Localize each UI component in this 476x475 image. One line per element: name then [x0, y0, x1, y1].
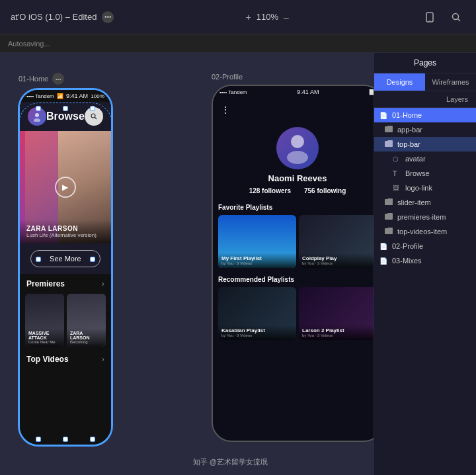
premiere-song-1: Come Near Me: [28, 340, 61, 344]
phone2-wrapper: 02-Profile •••• Tandem 9:41 AM ⬜ ⋮: [212, 73, 374, 450]
image-icon: 🖼: [393, 185, 402, 191]
profile-stats: 128 followers 756 following: [249, 187, 346, 194]
playlist-name-2: Coldplay Play: [302, 255, 374, 261]
selection-handle-tr[interactable]: [90, 106, 95, 111]
layer-premieres-item[interactable]: premieres-item: [374, 210, 476, 224]
layer-slider-item[interactable]: slider-item: [374, 195, 476, 210]
layer-browse[interactable]: T Browse: [374, 166, 476, 181]
layer-label-app-bar: app-bar: [397, 126, 422, 134]
premiere-item-1[interactable]: MASSIVE ATTACK Come Near Me: [25, 294, 64, 347]
favorite-playlists-title: Favorite Playlists: [218, 204, 374, 211]
selection-handle-tm[interactable]: [63, 106, 68, 111]
following-stat: 756 following: [304, 187, 346, 194]
time-text: 9:41 AM: [66, 93, 88, 99]
search-button[interactable]: [447, 8, 465, 26]
top-bar-right: [420, 8, 465, 26]
svg-line-7: [95, 118, 97, 120]
folder-icon-top-videos: [385, 228, 394, 236]
svg-point-6: [91, 114, 95, 118]
top-bar-center: + 110% –: [246, 12, 289, 22]
folder-icon-top-bar: [385, 140, 394, 148]
tab-wireframes[interactable]: Wireframes: [425, 73, 476, 91]
profile-menu: ⋮: [213, 98, 374, 122]
folder-icon-slider: [385, 198, 394, 206]
selection-handle-bm[interactable]: [63, 437, 68, 442]
selection-handle-br[interactable]: [90, 437, 95, 442]
zoom-in-button[interactable]: +: [246, 12, 251, 22]
top-bar: at'O iOS (1.0) – Edited ••• + 110% –: [0, 0, 476, 34]
favorite-playlists-grid: My First Playlist by You · 3 Videos Cold…: [218, 215, 374, 268]
text-icon: T: [393, 170, 402, 177]
selection-handle-mr[interactable]: [90, 257, 95, 262]
layer-label-premieres: premieres-item: [397, 213, 446, 221]
layer-label-avatar: avatar: [405, 155, 426, 163]
followers-stat: 128 followers: [249, 187, 291, 194]
layer-avatar[interactable]: ⬡ avatar: [374, 151, 476, 166]
main-area: 01-Home ••• •••• Tandem: [0, 53, 476, 475]
profile-name: Naomi Reeves: [268, 173, 327, 183]
more-button[interactable]: •••: [102, 11, 114, 23]
carrier-text: •••• Tandem: [26, 93, 54, 99]
selection-handle-bl[interactable]: [36, 437, 41, 442]
status-bar: Autosaving...: [0, 34, 476, 53]
avatar-icon: [32, 111, 42, 122]
page-icon-3: 📄: [379, 257, 389, 265]
playlist-name-4: Larson 2 Playlist: [302, 327, 374, 333]
watermark: 知乎 @艺术留学女流氓: [193, 457, 268, 467]
premiere-artist-1: MASSIVE ATTACK: [28, 331, 61, 340]
premiere-artist-2: ZARA LARSON: [70, 331, 102, 340]
svg-point-2: [452, 13, 458, 19]
phone1-label: 01-Home •••: [19, 73, 112, 85]
phone2-label: 02-Profile: [212, 73, 374, 81]
layer-top-videos-item[interactable]: top-videos-item: [374, 224, 476, 239]
svg-point-1: [429, 20, 430, 21]
device-preview-button[interactable]: [420, 8, 439, 26]
layer-app-bar[interactable]: app-bar: [374, 122, 476, 137]
playlist-caption-4: Larson 2 Playlist by You · 3 Videos: [299, 325, 374, 340]
layer-logo-link[interactable]: 🖼 logo-link: [374, 181, 476, 195]
premieres-title: Premieres: [26, 279, 65, 288]
tab-designs[interactable]: Designs: [374, 73, 425, 91]
playlist-caption-2: Coldplay Play by You · 3 Videos: [299, 253, 374, 268]
playlist-item-4[interactable]: Larson 2 Playlist by You · 3 Videos: [299, 287, 374, 340]
playlist-by-3: by You · 3 Videos: [221, 333, 293, 337]
premieres-grid: MASSIVE ATTACK Come Near Me ZARA LARSON …: [20, 291, 111, 349]
play-button[interactable]: ▶: [55, 177, 76, 198]
folder-svg-5: [385, 228, 393, 234]
playlist-item-3[interactable]: Kasabian Playlist by You · 3 Videos: [218, 287, 296, 340]
phone1-more-button[interactable]: •••: [52, 73, 64, 85]
phone1-content: •••• Tandem 📶 9:41 AM 100%: [20, 90, 111, 445]
browse-title: Browse: [46, 110, 85, 122]
playlist-by-4: by You · 3 Videos: [302, 333, 374, 337]
phone1-frame: •••• Tandem 📶 9:41 AM 100%: [19, 89, 112, 446]
folder-svg-4: [385, 213, 393, 220]
followers-count: 128 followers: [249, 187, 291, 194]
playlist-item-1[interactable]: My First Playlist by You · 3 Videos: [218, 215, 296, 268]
layer-top-bar[interactable]: top-bar: [374, 137, 476, 151]
playlist-caption-1: My First Playlist by You · 3 Videos: [218, 253, 296, 268]
folder-icon-premieres: [385, 213, 394, 221]
selection-handle-ml[interactable]: [36, 257, 41, 262]
layer-label-logo-link: logo-link: [405, 184, 432, 192]
layer-02-profile[interactable]: 📄 02-Profile: [374, 239, 476, 253]
top-bar-left: at'O iOS (1.0) – Edited •••: [11, 11, 114, 23]
profile-center: Naomi Reeves 128 followers 756 following: [213, 122, 374, 200]
layer-01-home[interactable]: 📄 01-Home: [374, 108, 476, 122]
premiere-song-2: Becoming: [70, 340, 102, 344]
autosave-status: Autosaving...: [8, 40, 50, 48]
recommended-playlists-grid: Kasabian Playlist by You · 3 Videos Lars…: [218, 287, 374, 340]
battery-text: 100%: [91, 93, 104, 99]
zoom-out-button[interactable]: –: [284, 12, 289, 22]
page-icon-2: 📄: [379, 243, 389, 250]
three-dots-icon[interactable]: ⋮: [218, 103, 233, 116]
hero-card: ▶ ZARA LARSON Lush Life (Alternative ver…: [20, 131, 111, 243]
selection-handle-tl[interactable]: [36, 106, 41, 111]
canvas[interactable]: 01-Home ••• •••• Tandem: [0, 53, 374, 475]
playlist-name-1: My First Playlist: [221, 255, 293, 261]
premiere-item-2[interactable]: ZARA LARSON Becoming: [67, 294, 106, 347]
playlist-caption-3: Kasabian Playlist by You · 3 Videos: [218, 325, 296, 340]
playlist-item-2[interactable]: Coldplay Play by You · 3 Videos: [299, 215, 374, 268]
top-videos-title: Top Videos: [26, 355, 69, 364]
recommended-playlists-title: Recommended Playlists: [218, 276, 374, 283]
layer-03-mixes[interactable]: 📄 03-Mixes: [374, 253, 476, 268]
